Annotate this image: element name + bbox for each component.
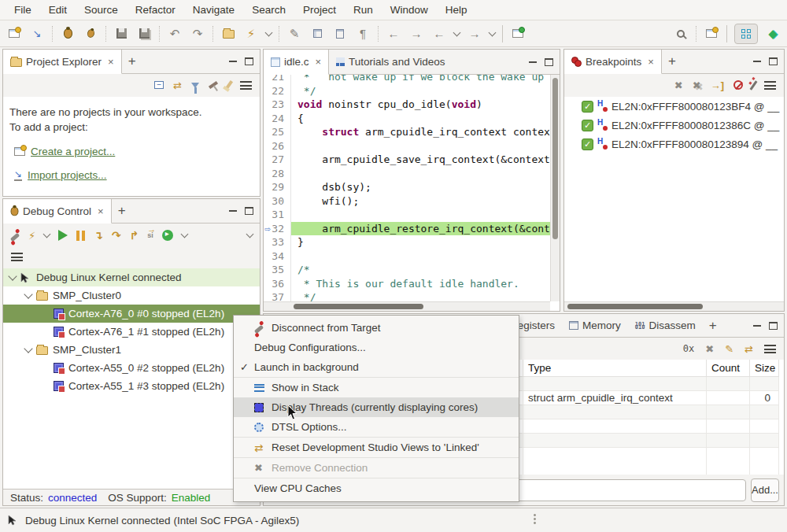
breakpoint-enabled-checkbox[interactable]: ✓ [582,101,593,113]
debug-config-icon[interactable] [60,26,76,42]
menubar-item-source[interactable]: Source [76,2,126,18]
statusbar-sash-handle[interactable] [534,513,536,526]
run-dropdown-icon[interactable] [180,231,188,238]
expand-chevron-icon[interactable] [8,272,17,280]
remove-all-breakpoints-icon[interactable]: ✖ [693,79,701,91]
hex-format-toggle[interactable]: 0x [683,343,694,354]
column-header-Type[interactable]: Type [523,360,707,376]
remove-icon[interactable]: ✖ [705,343,714,355]
filter-icon[interactable] [191,83,199,88]
debug-view-menu-icon[interactable] [11,253,23,261]
remove-breakpoint-icon[interactable]: ✖ [674,79,683,91]
add-view-button[interactable]: + [112,199,132,223]
toolbar-overflow-icon[interactable] [246,231,254,238]
close-icon[interactable]: × [98,205,104,217]
stepping-mode-icon[interactable]: si [147,231,153,239]
menubar-item-project[interactable]: Project [295,2,344,18]
open-perspective-icon[interactable] [704,26,719,42]
menubar-item-edit[interactable]: Edit [41,2,75,18]
expand-chevron-icon[interactable] [24,290,32,298]
add-view-button[interactable]: + [703,314,723,337]
debug-tree-row-cortex-a55-0-2-stopped-el2h-[interactable]: Cortex-A55_0 #2 stopped (EL2h) [3,359,260,377]
disconnect-icon[interactable] [10,232,20,242]
forward-history-icon[interactable]: → [408,26,424,42]
view-menu-icon[interactable] [240,81,252,90]
menu-item-display-threads-currently-disp[interactable]: Display Threads (currently displaying co… [234,397,519,417]
show-whitespace-icon[interactable]: ¶ [355,26,371,42]
close-icon[interactable]: × [108,56,114,68]
minimize-icon[interactable] [229,210,237,216]
maximize-icon[interactable] [245,207,253,215]
menu-item-show-in-stack[interactable]: Show in Stack [234,378,519,397]
tab-project-explorer[interactable]: Project Explorer × [3,50,122,74]
minimize-icon[interactable] [753,325,761,331]
edit-pen-icon[interactable]: ✎ [286,26,302,42]
breakpoint-settings-icon[interactable] [750,80,758,90]
menubar-item-navigate[interactable]: Navigate [185,2,242,18]
expand-chevron-icon[interactable] [24,344,32,353]
step-out-icon[interactable]: ↱ [130,229,139,242]
menubar-item-window[interactable]: Window [382,2,436,18]
redo-icon[interactable]: ↷ [190,26,205,42]
editor-horizontal-scrollbar[interactable] [264,301,550,311]
tab-debug-control[interactable]: Debug Control × [3,199,112,224]
add-view-button[interactable]: + [122,50,142,73]
column-header-Count[interactable]: Count [707,360,750,376]
create-project-link[interactable]: Create a project... [31,146,115,157]
tab-breakpoints[interactable]: Breakpoints × [564,50,662,74]
forward-dropdown-icon[interactable] [489,28,497,36]
perspective-debug-button[interactable]: ◆ [765,26,781,42]
pin-editor-icon[interactable] [510,26,526,42]
breakpoints-horizontal-scrollbar[interactable] [564,301,784,311]
skip-all-breakpoints-icon[interactable] [733,80,743,90]
step-over-icon[interactable]: ↷ [112,229,121,242]
flash-dropdown-icon[interactable] [265,28,273,36]
collapse-all-icon[interactable]: − [154,81,164,89]
open-folder-icon[interactable] [220,26,236,42]
step-into-icon[interactable]: ↴ [94,229,103,242]
back-dropdown-icon[interactable] [453,28,461,36]
edit-expression-icon[interactable]: ✎ [725,343,733,355]
minimize-icon[interactable] [229,61,237,67]
search-icon[interactable] [673,26,689,42]
debug-tree-row-cortex-a55-1-3-stopped-el2h-[interactable]: Cortex-A55_1 #3 stopped (EL2h) [3,377,260,395]
close-icon[interactable]: × [648,56,654,68]
tab-idle-c[interactable]: idle.c× [264,50,329,75]
tab-memory[interactable]: Memory [562,314,628,337]
editor-vertical-scrollbar[interactable] [550,75,560,301]
add-view-button[interactable]: + [662,50,682,73]
debug-tree-row-debug-linux-kernel-connected[interactable]: Debug Linux Kernel connected [3,268,260,286]
continue-icon[interactable] [58,230,68,241]
breakpoints-view-menu-icon[interactable] [764,81,776,90]
save-icon[interactable] [113,26,129,42]
minimize-icon[interactable] [529,61,537,68]
connect-icon[interactable]: ⚡ [28,230,35,242]
flash-device-icon[interactable]: ⚡ [243,26,259,42]
attach-debugger-icon[interactable] [83,26,98,42]
menu-item-reset-development-studio-views[interactable]: ⇄Reset Development Studio Views to 'Link… [234,438,519,457]
build-icon[interactable] [209,81,218,89]
menu-item-launch-in-background[interactable]: ✓Launch in background [234,357,519,377]
goto-file-icon[interactable]: →] [711,79,724,91]
breakpoint-row[interactable]: ✓EL2N:0xFFFF800080123894 @ __ [564,135,784,153]
back-history-icon[interactable]: ← [386,26,401,42]
connect-dropdown-icon[interactable] [43,231,51,238]
clean-icon[interactable] [225,80,233,90]
undo-icon[interactable]: ↶ [167,26,183,42]
link-editor-icon[interactable]: ⇄ [173,79,182,91]
debug-tree-row-cortex-a76-1-1-stopped-el2h-[interactable]: Cortex-A76_1 #1 stopped (EL2h) [3,323,260,341]
code-editor[interactable]: 21 * not wake up if we block the wake up… [264,75,560,305]
interrupt-icon[interactable] [76,231,85,241]
run-target-icon[interactable] [162,230,173,241]
debug-tree-row-smp-cluster1[interactable]: SMP_Cluster1 [3,341,260,359]
menu-item-view-cpu-caches[interactable]: View CPU Caches [234,478,519,498]
menu-item-dtsl-options-[interactable]: DTSL Options... [234,417,519,437]
maximize-icon[interactable] [245,57,253,65]
menubar-item-refactor[interactable]: Refactor [127,2,183,18]
perspective-develop-button[interactable] [734,24,758,44]
menu-item-remove-connection[interactable]: ✖Remove Connection [234,458,519,478]
import-projects-link[interactable]: Import projects... [28,169,107,181]
compare-files-icon[interactable] [309,26,325,42]
menubar-item-run[interactable]: Run [345,2,381,18]
breakpoint-row[interactable]: ✓EL2N:0xFFFF80008012386C @ __ [564,116,784,135]
